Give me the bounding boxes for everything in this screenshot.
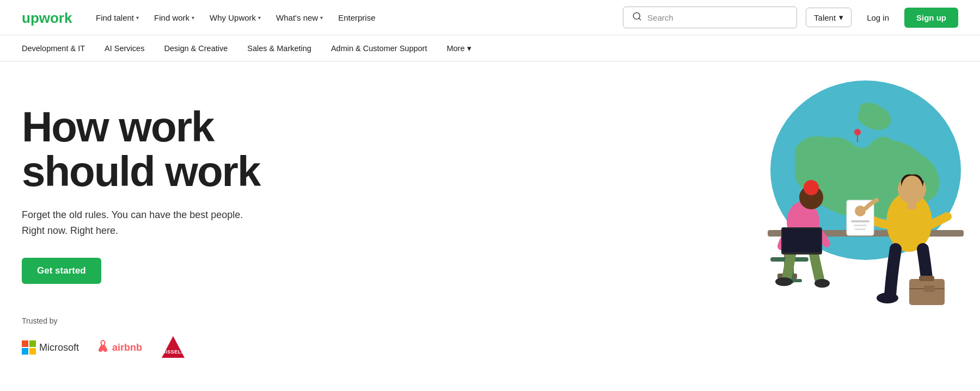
nav-right: Search Talent ▾ Log in Sign up xyxy=(623,7,958,28)
ms-green-square xyxy=(29,340,36,347)
svg-rect-22 xyxy=(908,202,916,209)
subnav-more-label: More xyxy=(446,44,464,53)
logo[interactable]: upwork xyxy=(22,9,81,26)
svg-point-23 xyxy=(877,293,898,303)
find-talent-chevron-icon: ▾ xyxy=(136,15,139,21)
hero-headline: How workshould work xyxy=(22,105,260,194)
nav-whats-new[interactable]: What's new ▾ xyxy=(276,13,323,22)
airbnb-icon xyxy=(96,339,109,356)
login-button[interactable]: Log in xyxy=(860,9,896,27)
airbnb-logo: airbnb xyxy=(96,339,142,356)
svg-rect-27 xyxy=(851,220,869,222)
svg-point-16 xyxy=(775,277,793,286)
svg-point-17 xyxy=(814,279,830,288)
nav-find-work[interactable]: Find work ▾ xyxy=(154,13,194,22)
hero-section: How workshould work Forget the old rules… xyxy=(22,94,260,361)
microsoft-grid-icon xyxy=(22,340,36,355)
svg-rect-29 xyxy=(855,228,866,230)
whats-new-chevron-icon: ▾ xyxy=(320,15,323,21)
trusted-label: Trusted by xyxy=(22,316,260,325)
microsoft-text: Microsoft xyxy=(39,342,79,353)
svg-text:upwork: upwork xyxy=(22,10,72,26)
subnav-sales-marketing[interactable]: Sales & Marketing xyxy=(237,36,321,60)
get-started-button[interactable]: Get started xyxy=(22,258,101,284)
ms-blue-square xyxy=(22,348,28,355)
search-icon xyxy=(632,11,642,23)
ms-red-square xyxy=(22,340,28,347)
nav-why-upwork-label: Why Upwork xyxy=(210,13,256,22)
microsoft-logo: Microsoft xyxy=(22,340,79,355)
ms-yellow-square xyxy=(29,348,36,355)
nav-enterprise[interactable]: Enterprise xyxy=(338,13,375,22)
svg-text:BISSELL: BISSELL xyxy=(162,349,185,355)
talent-chevron-icon: ▾ xyxy=(839,13,843,22)
airbnb-text: airbnb xyxy=(112,342,142,353)
nav-find-talent-label: Find talent xyxy=(96,13,134,22)
talent-select[interactable]: Talent ▾ xyxy=(806,8,852,27)
nav-enterprise-label: Enterprise xyxy=(338,13,375,22)
svg-rect-31 xyxy=(919,276,934,281)
nav-whats-new-label: What's new xyxy=(276,13,318,22)
nav-find-talent[interactable]: Find talent ▾ xyxy=(96,13,139,22)
subnav-ai-services[interactable]: AI Services xyxy=(95,36,154,60)
svg-marker-3 xyxy=(162,336,185,358)
bissell-triangle-icon: BISSELL xyxy=(160,334,187,361)
subnav-development[interactable]: Development & IT xyxy=(22,36,95,60)
talent-select-label: Talent xyxy=(814,13,836,22)
signup-button[interactable]: Sign up xyxy=(904,8,958,28)
subnav-more[interactable]: More ▾ xyxy=(437,36,481,60)
nav-find-work-label: Find work xyxy=(154,13,189,22)
svg-line-2 xyxy=(639,18,641,20)
sub-navigation: Development & IT AI Services Design & Cr… xyxy=(0,35,980,61)
main-content: How workshould work Forget the old rules… xyxy=(0,61,980,391)
bissell-logo: BISSELL xyxy=(160,334,187,361)
svg-rect-33 xyxy=(924,286,935,292)
trusted-section: Trusted by Microsoft xyxy=(22,316,260,361)
search-bar[interactable]: Search xyxy=(623,7,797,28)
search-placeholder: Search xyxy=(647,13,673,22)
why-upwork-chevron-icon: ▾ xyxy=(258,15,261,21)
hero-subtext: Forget the old rules. You can have the b… xyxy=(22,207,260,239)
trusted-logos: Microsoft airbnb BISSELL xyxy=(22,334,260,361)
svg-rect-19 xyxy=(782,228,821,252)
nav-why-upwork[interactable]: Why Upwork ▾ xyxy=(210,13,261,22)
hero-illustration-svg xyxy=(697,61,980,333)
hero-illustration xyxy=(697,61,980,333)
svg-point-6 xyxy=(854,129,861,135)
find-work-chevron-icon: ▾ xyxy=(192,15,194,21)
top-navigation: upwork Find talent ▾ Find work ▾ Why Upw… xyxy=(0,0,980,35)
nav-left: upwork Find talent ▾ Find work ▾ Why Upw… xyxy=(22,9,376,26)
subnav-admin-support[interactable]: Admin & Customer Support xyxy=(321,36,437,60)
svg-rect-28 xyxy=(854,225,867,226)
subnav-design-creative[interactable]: Design & Creative xyxy=(154,36,237,60)
subnav-more-chevron-icon: ▾ xyxy=(467,44,471,53)
svg-point-15 xyxy=(804,180,819,195)
